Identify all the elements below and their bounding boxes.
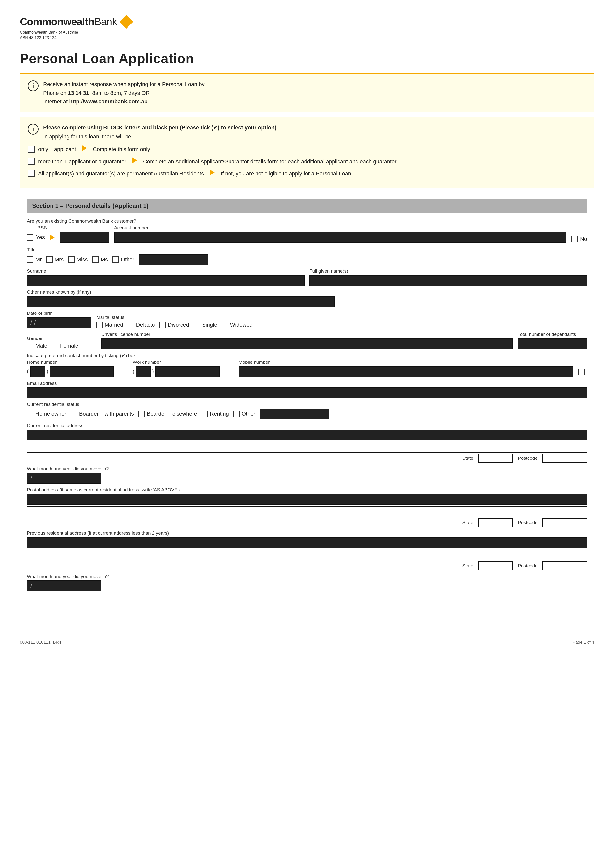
divorced-checkbox[interactable] <box>159 322 166 328</box>
postcode-input-1[interactable] <box>542 454 587 463</box>
work-preferred-checkbox[interactable] <box>225 369 231 375</box>
dependants-label: Total number of dependants <box>518 332 587 337</box>
mobile-preferred-checkbox[interactable] <box>578 369 584 375</box>
postal-address-input-2[interactable] <box>27 506 587 517</box>
contact-numbers-row: Home number ( ) Work number ( ) Mobile <box>27 360 587 377</box>
licence-input[interactable] <box>101 338 513 349</box>
other-res-input[interactable] <box>260 409 329 419</box>
dob-marital-row: Date of birth / / Marital status Married… <box>27 310 587 328</box>
mr-checkbox[interactable] <box>27 256 33 263</box>
female-label: Female <box>60 343 78 349</box>
account-number-input[interactable] <box>114 232 566 243</box>
marital-block: Marital status Married Defacto Divorced … <box>96 315 587 328</box>
boarder-elsewhere-checkbox[interactable] <box>138 411 145 417</box>
licence-block: Driver's licence number <box>101 332 513 349</box>
page-title: Personal Loan Application <box>20 51 594 66</box>
postcode-label-1: Postcode <box>518 456 538 461</box>
info-box-2: i Please complete using BLOCK letters an… <box>20 117 594 188</box>
other-names-label: Other names known by (if any) <box>27 290 587 295</box>
marital-label: Marital status <box>96 315 587 320</box>
single-checkbox[interactable] <box>194 322 200 328</box>
mrs-label: Mrs <box>55 256 64 263</box>
other-title-checkbox[interactable] <box>112 256 119 263</box>
option-2-row: more than 1 applicant or a guarantor Com… <box>28 157 586 166</box>
state-input-3[interactable] <box>478 561 513 570</box>
yes-checkbox[interactable] <box>27 234 33 240</box>
gender-block: Gender Male Female <box>27 336 96 349</box>
widowed-checkbox[interactable] <box>222 322 228 328</box>
surname-input[interactable] <box>27 275 305 286</box>
home-pref-checkbox-block <box>119 369 128 377</box>
dob-input[interactable]: / / <box>27 317 91 328</box>
account-number-block: Account number <box>114 225 566 243</box>
miss-checkbox[interactable] <box>68 256 75 263</box>
male-checkbox[interactable] <box>27 343 33 349</box>
postcode-input-3[interactable] <box>542 561 587 570</box>
other-title-input[interactable] <box>139 254 208 265</box>
option-2-checkbox[interactable] <box>28 158 35 165</box>
previous-address-input-2[interactable] <box>27 550 587 560</box>
previous-address-input-1[interactable] <box>27 537 587 548</box>
state-label-1: State <box>462 456 473 461</box>
other-names-input[interactable] <box>27 296 335 307</box>
current-address-input-2[interactable] <box>27 442 587 453</box>
home-owner-checkbox[interactable] <box>27 411 33 417</box>
no-checkbox[interactable] <box>571 236 578 242</box>
section-1-header: Section 1 – Personal details (Applicant … <box>27 199 587 213</box>
existing-customer-row: BSB Yes Account number No <box>27 225 587 243</box>
state-input-1[interactable] <box>478 454 513 463</box>
given-names-input[interactable] <box>309 275 587 286</box>
married-label: Married <box>105 322 123 328</box>
widowed-label: Widowed <box>230 322 252 328</box>
state-input-2[interactable] <box>478 518 513 527</box>
dependants-input[interactable] <box>518 338 587 349</box>
other-res-checkbox[interactable] <box>233 411 239 417</box>
female-checkbox[interactable] <box>52 343 58 349</box>
boarder-parents-checkbox[interactable] <box>71 411 77 417</box>
option-2-action: Complete an Additional Applicant/Guarant… <box>143 157 396 166</box>
postal-address-label: Postal address (if same as current resid… <box>27 487 587 493</box>
section-1: Section 1 – Personal details (Applicant … <box>20 192 594 622</box>
preferred-contact-label: Indicate preferred contact number by tic… <box>27 353 587 358</box>
renting-checkbox[interactable] <box>202 411 208 417</box>
widowed-option: Widowed <box>222 322 252 328</box>
mr-label: Mr <box>36 256 42 263</box>
ms-checkbox[interactable] <box>92 256 99 263</box>
name-row: Surname Full given name(s) <box>27 268 587 286</box>
title-options: Mr Mrs Miss Ms Other <box>27 254 587 265</box>
home-area-input[interactable] <box>30 366 45 377</box>
work-pref-checkbox-block <box>225 369 234 377</box>
previous-address-label: Previous residential address (if at curr… <box>27 530 587 536</box>
dob-label: Date of birth <box>27 310 91 316</box>
current-address-input-1[interactable] <box>27 429 587 440</box>
option-1-checkbox[interactable] <box>28 146 35 153</box>
option-3-checkbox[interactable] <box>28 170 35 177</box>
work-area-input[interactable] <box>136 366 151 377</box>
defacto-checkbox[interactable] <box>128 322 134 328</box>
miss-option: Miss <box>68 256 88 263</box>
residential-status-label: Current residential status <box>27 401 587 407</box>
dob-block: Date of birth / / <box>27 310 91 328</box>
previous-move-in-input[interactable]: / <box>27 580 101 591</box>
other-names-block <box>27 296 335 307</box>
postal-address-input-1[interactable] <box>27 494 587 505</box>
option-2-label: more than 1 applicant or a guarantor <box>38 157 126 166</box>
state-label-2: State <box>462 520 473 525</box>
ms-label: Ms <box>101 256 108 263</box>
email-input[interactable] <box>27 387 587 398</box>
bsb-input[interactable] <box>60 232 109 243</box>
home-number-input[interactable] <box>50 366 114 377</box>
mobile-number-label: Mobile number <box>239 360 573 365</box>
info-line-1: Receive an instant response when applyin… <box>43 80 586 88</box>
move-in-input[interactable]: / <box>27 473 101 484</box>
mobile-number-input[interactable] <box>239 366 573 377</box>
other-title-option: Other <box>112 256 134 263</box>
other-title-label: Other <box>121 256 134 263</box>
home-preferred-checkbox[interactable] <box>119 369 125 375</box>
married-checkbox[interactable] <box>96 322 103 328</box>
yes-arrow-icon <box>50 234 55 240</box>
postcode-input-2[interactable] <box>542 518 587 527</box>
mrs-checkbox[interactable] <box>46 256 53 263</box>
residential-status-options: Home owner Boarder – with parents Boarde… <box>27 409 587 419</box>
work-number-input[interactable] <box>155 366 220 377</box>
